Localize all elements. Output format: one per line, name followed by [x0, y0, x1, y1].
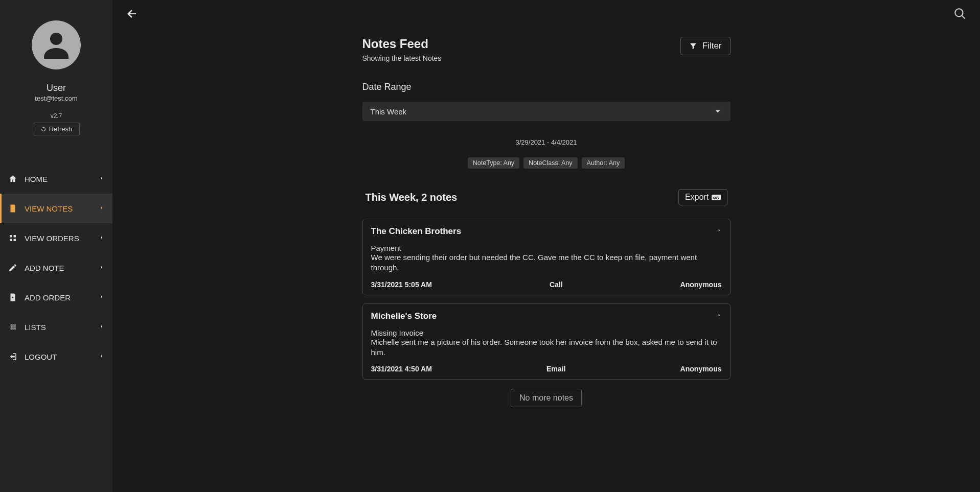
sidebar-item-home[interactable]: HOME	[0, 164, 112, 194]
sidebar: User test@test.com v2.7 Refresh HOMEVIEW…	[0, 0, 112, 492]
sidebar-nav: HOMEVIEW NOTESVIEW ORDERSADD NOTEADD ORD…	[0, 164, 112, 371]
refresh-icon	[40, 126, 47, 132]
svg-rect-1	[10, 235, 12, 238]
lists-icon	[8, 322, 17, 332]
app-version: v2.7	[51, 112, 62, 120]
chevron-right-icon	[717, 311, 722, 321]
sidebar-item-label: ADD NOTE	[25, 264, 99, 272]
date-range-select[interactable]: This Week	[362, 102, 731, 121]
note-date: 3/31/2021 5:05 AM	[371, 280, 432, 289]
filter-label: Filter	[702, 41, 722, 51]
back-button[interactable]	[126, 8, 138, 22]
user-email: test@test.com	[35, 95, 77, 102]
svg-rect-3	[10, 239, 12, 242]
date-range-value: This Week	[371, 107, 407, 116]
results-title: This Week, 2 notes	[366, 192, 458, 203]
note-author: Anonymous	[680, 280, 722, 289]
date-range-label: Date Range	[362, 82, 731, 92]
sidebar-item-logout[interactable]: LOGOUT	[0, 342, 112, 371]
note-subtitle: Missing Invoice	[371, 329, 722, 337]
chevron-right-icon	[99, 264, 104, 272]
filter-badge[interactable]: NoteClass: Any	[523, 157, 577, 169]
note-body: Michelle sent me a picture of his order.…	[371, 337, 722, 358]
sidebar-item-label: ADD ORDER	[25, 293, 99, 302]
chevron-right-icon	[99, 175, 104, 183]
note-type: Call	[550, 280, 563, 289]
sidebar-item-label: LOGOUT	[25, 353, 99, 361]
sidebar-profile: User test@test.com v2.7 Refresh	[0, 0, 112, 146]
export-button[interactable]: Export csv	[678, 189, 727, 205]
notes-list: The Chicken BrothersPaymentWe were sendi…	[362, 219, 731, 380]
sidebar-item-view-notes[interactable]: VIEW NOTES	[0, 194, 112, 223]
main: Notes Feed Showing the latest Notes Filt…	[112, 0, 980, 492]
results-header: This Week, 2 notes Export csv	[362, 189, 731, 205]
export-label: Export	[685, 193, 709, 202]
svg-point-0	[50, 33, 62, 45]
refresh-label: Refresh	[49, 125, 73, 133]
sidebar-item-lists[interactable]: LISTS	[0, 312, 112, 342]
avatar-icon	[38, 27, 75, 63]
chevron-right-icon	[99, 204, 104, 213]
filter-badges: NoteType: AnyNoteClass: AnyAuthor: Any	[362, 157, 731, 169]
svg-rect-2	[14, 235, 16, 238]
add-note-icon	[8, 263, 17, 272]
topbar	[112, 0, 980, 22]
search-icon	[953, 7, 967, 20]
note-title: The Chicken Brothers	[371, 226, 462, 237]
chevron-right-icon	[717, 226, 722, 237]
note-date: 3/31/2021 4:50 AM	[371, 365, 432, 373]
orders-icon	[8, 233, 17, 243]
no-more-button[interactable]: No more notes	[511, 389, 582, 407]
chevron-right-icon	[99, 293, 104, 302]
sidebar-item-add-order[interactable]: ADD ORDER	[0, 283, 112, 312]
page-header: Notes Feed Showing the latest Notes Filt…	[362, 37, 731, 62]
chevron-right-icon	[99, 353, 104, 361]
sidebar-item-label: VIEW NOTES	[25, 204, 99, 213]
add-order-icon	[8, 293, 17, 302]
page-subtitle: Showing the latest Notes	[362, 54, 442, 62]
sidebar-item-add-note[interactable]: ADD NOTE	[0, 253, 112, 283]
note-subtitle: Payment	[371, 244, 722, 252]
refresh-button[interactable]: Refresh	[33, 123, 80, 135]
note-card[interactable]: Michelle's StoreMissing InvoiceMichelle …	[362, 303, 731, 380]
note-type: Email	[546, 365, 565, 373]
svg-rect-4	[14, 239, 16, 242]
note-card[interactable]: The Chicken BrothersPaymentWe were sendi…	[362, 219, 731, 295]
content: Notes Feed Showing the latest Notes Filt…	[362, 37, 731, 407]
sidebar-item-label: VIEW ORDERS	[25, 234, 99, 243]
filter-button[interactable]: Filter	[680, 37, 731, 55]
back-arrow-icon	[126, 8, 138, 20]
csv-icon: csv	[712, 195, 720, 200]
chevron-right-icon	[99, 323, 104, 332]
sidebar-item-label: LISTS	[25, 323, 99, 332]
page-title: Notes Feed	[362, 37, 442, 51]
filter-badge[interactable]: NoteType: Any	[468, 157, 519, 169]
note-title: Michelle's Store	[371, 311, 437, 321]
notes-icon	[8, 204, 17, 213]
home-icon	[8, 174, 17, 183]
chevron-down-icon	[713, 107, 722, 116]
filter-badge[interactable]: Author: Any	[582, 157, 625, 169]
avatar	[32, 20, 81, 69]
note-body: We were sending their order but needed t…	[371, 252, 722, 273]
note-author: Anonymous	[680, 365, 722, 373]
date-range-text: 3/29/2021 - 4/4/2021	[362, 138, 731, 146]
sidebar-item-label: HOME	[25, 175, 99, 183]
username: User	[47, 83, 66, 93]
chevron-right-icon	[99, 234, 104, 243]
sidebar-item-view-orders[interactable]: VIEW ORDERS	[0, 223, 112, 253]
search-button[interactable]	[953, 7, 967, 22]
logout-icon	[8, 352, 17, 361]
filter-icon	[689, 42, 697, 50]
